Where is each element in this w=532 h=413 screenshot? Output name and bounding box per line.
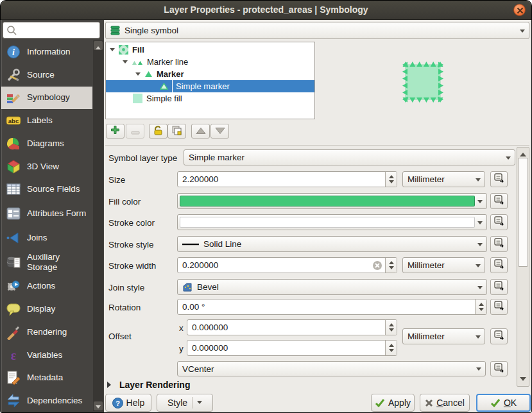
scrollbar-thumb[interactable] <box>518 158 528 267</box>
sidebar-item-diagrams[interactable]: Diagrams <box>1 132 92 155</box>
fill-color-data-defined-override-button[interactable] <box>490 193 508 209</box>
up-arrow-icon <box>389 321 394 326</box>
sidebar-item-label: Symbology <box>27 92 70 103</box>
ok-button[interactable]: OK <box>476 394 531 412</box>
tree-item-marker[interactable]: Marker <box>106 68 314 80</box>
size-data-defined-override-button[interactable] <box>490 171 508 187</box>
expander-icon[interactable] <box>135 72 141 78</box>
join-style-combobox[interactable]: Bevel <box>177 279 487 295</box>
stroke-width-input[interactable]: 0.200000 <box>177 257 397 273</box>
help-icon: ? <box>112 398 123 409</box>
form-scrollbar[interactable] <box>517 147 529 387</box>
svg-text:?: ? <box>116 399 120 407</box>
remove-symbol-layer-button[interactable] <box>126 124 144 139</box>
stroke-width-stepper[interactable] <box>385 258 397 273</box>
stroke-style-data-defined-override-button[interactable] <box>490 236 508 252</box>
size-label: Size <box>108 175 125 185</box>
chevron-down-icon <box>476 178 481 184</box>
apply-button[interactable]: Apply <box>371 394 415 412</box>
rotation-stepper[interactable] <box>475 299 486 314</box>
move-layer-down-button[interactable] <box>210 124 229 139</box>
up-arrow-icon <box>479 300 484 306</box>
sidebar-item-attributes-form[interactable]: Attributes Form <box>1 201 92 226</box>
stroke-color-data-defined-override-button[interactable] <box>490 214 508 230</box>
sidebar-item-information[interactable]: i Information <box>1 40 92 63</box>
wrench-icon <box>6 67 21 83</box>
sidebar-scroll-down-icon[interactable] <box>94 401 103 410</box>
solid-line-icon <box>182 243 199 246</box>
symbol-tree: Fill Marker line Marker Simple marker Si… <box>105 42 315 119</box>
search-input[interactable] <box>3 22 100 38</box>
move-layer-up-button[interactable] <box>191 124 210 139</box>
tree-item-fill[interactable]: Fill <box>106 44 314 56</box>
epsilon-icon: ε <box>6 348 21 363</box>
offset-x-stepper[interactable] <box>385 320 397 335</box>
sidebar-item-source-fields[interactable]: Source Fields <box>1 178 92 201</box>
offset-unit-combobox[interactable]: Millimeter <box>402 328 485 344</box>
title-bar[interactable]: Layer Properties - protected_areas | Sym… <box>1 1 531 20</box>
sidebar-item-variables[interactable]: ε Variables <box>1 344 92 367</box>
open-lock-icon <box>153 125 164 138</box>
cancel-button[interactable]: Cancel <box>420 394 470 412</box>
sidebar-item-source[interactable]: Source <box>1 63 92 87</box>
stroke-color-button[interactable] <box>177 214 487 230</box>
size-stepper[interactable] <box>385 172 397 187</box>
sidebar-item-symbology[interactable]: Symbology <box>1 87 92 110</box>
rotation-input[interactable]: 0.00 ° <box>177 299 487 315</box>
sidebar-item-dependencies[interactable]: Dependencies <box>1 389 92 412</box>
sidebar-item-label: Source Fields <box>27 184 80 194</box>
renderer-combobox[interactable]: Single symbol <box>105 22 529 39</box>
sidebar-item-display[interactable]: Display <box>1 298 92 321</box>
sidebar-item-label: Diagrams <box>27 139 64 149</box>
offset-y-input[interactable]: 0.000000 <box>187 340 397 356</box>
tree-item-marker-line[interactable]: Marker line <box>106 56 314 68</box>
apply-label: Apply <box>388 398 411 408</box>
sidebar-item-label: Auxiliary Storage <box>27 252 92 273</box>
offset-data-defined-override-button[interactable] <box>490 328 508 344</box>
sidebar-scrollbar[interactable] <box>93 40 103 411</box>
expander-icon[interactable] <box>110 48 115 54</box>
size-unit-combobox[interactable]: Millimeter <box>402 171 485 187</box>
offset-y-stepper[interactable] <box>385 341 397 355</box>
renderer-value: Single symbol <box>124 26 178 35</box>
sidebar-scroll-up-icon[interactable] <box>94 41 103 50</box>
sidebar-item-label: Rendering <box>27 327 67 337</box>
help-button[interactable]: ? Help <box>105 394 151 412</box>
dependencies-icon <box>6 393 21 409</box>
anchor-point-combobox[interactable]: VCenter <box>177 361 486 376</box>
duplicate-symbol-layer-button[interactable] <box>167 124 186 139</box>
join-style-data-defined-override-button[interactable] <box>490 279 508 295</box>
sidebar-item-auxiliary-storage[interactable]: Auxiliary Storage <box>1 249 92 275</box>
style-button[interactable]: Style <box>157 394 213 412</box>
anchor-data-defined-override-button[interactable] <box>490 361 508 376</box>
expander-icon[interactable] <box>123 60 128 66</box>
paintbrush-icon <box>6 90 21 105</box>
symbol-layer-type-combobox[interactable]: Simple marker <box>184 149 515 165</box>
scroll-up-icon[interactable] <box>520 149 526 156</box>
scroll-down-icon[interactable] <box>520 377 526 384</box>
stroke-style-combobox[interactable]: Solid Line <box>177 236 487 252</box>
sidebar-item-3d-view[interactable]: 3D View <box>1 155 92 178</box>
add-symbol-layer-button[interactable] <box>106 124 124 139</box>
pie-chart-icon <box>6 136 21 151</box>
offset-x-value: 0.000000 <box>192 323 228 332</box>
tree-item-simple-fill[interactable]: Simple fill <box>106 92 314 105</box>
sidebar-item-actions[interactable]: Actions <box>1 274 92 298</box>
sidebar-item-rendering[interactable]: Rendering <box>1 321 92 344</box>
rotation-data-defined-override-button[interactable] <box>490 299 508 315</box>
sidebar-item-joins[interactable]: Joins <box>1 226 92 249</box>
lock-colors-button[interactable] <box>149 124 167 139</box>
close-button[interactable] <box>513 4 526 16</box>
offset-x-input[interactable]: 0.000000 <box>187 319 397 335</box>
clear-icon[interactable] <box>372 260 382 273</box>
sidebar-item-metadata[interactable]: Metadata <box>1 366 92 389</box>
sidebar-item-label: Labels <box>27 115 53 126</box>
size-input[interactable]: 2.200000 <box>177 171 397 187</box>
chevron-down-icon <box>477 200 483 206</box>
stroke-width-data-defined-override-button[interactable] <box>490 257 508 273</box>
layer-rendering-section[interactable]: Layer Rendering <box>107 380 190 390</box>
stroke-width-unit-combobox[interactable]: Millimeter <box>402 257 485 273</box>
fill-color-button[interactable] <box>177 193 487 209</box>
tree-item-simple-marker[interactable]: Simple marker <box>106 80 314 92</box>
sidebar-item-labels[interactable]: abc Labels <box>1 109 92 132</box>
